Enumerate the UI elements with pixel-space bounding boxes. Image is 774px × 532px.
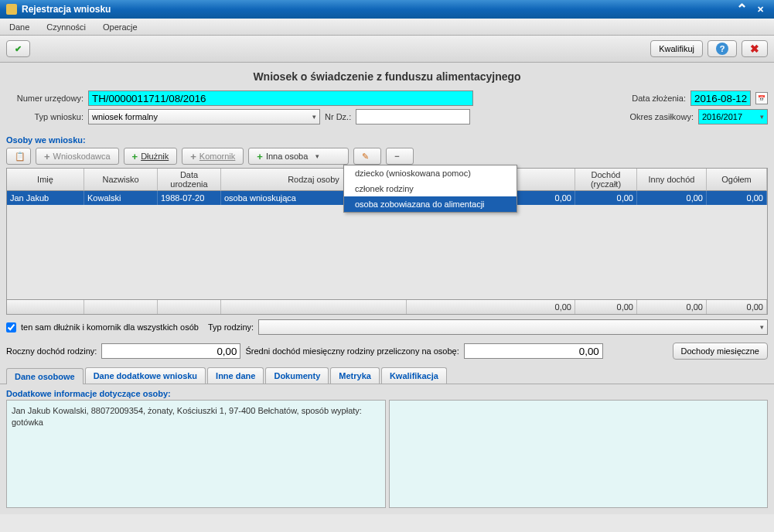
- nrdz-field[interactable]: [356, 109, 470, 124]
- data-label: Data złożenia:: [632, 94, 686, 103]
- confirm-button[interactable]: ✔: [6, 40, 30, 57]
- dluznik-label: Dłużnik: [141, 152, 169, 161]
- minus-icon: −: [394, 152, 399, 161]
- tab-dokumenty[interactable]: Dokumenty: [265, 367, 329, 384]
- plus-icon: +: [132, 151, 138, 162]
- plus-icon: +: [190, 151, 196, 162]
- same-dluznik-label: ten sam dłużnik i komornik dla wszystkic…: [21, 322, 199, 332]
- person-details-box-2: [389, 400, 769, 508]
- help-button[interactable]: ?: [708, 40, 737, 57]
- cell-ogolem: 0,00: [707, 191, 767, 205]
- inna-osoba-dropdown: dziecko (wnioskowana pomoc) członek rodz…: [343, 165, 517, 213]
- window-title: Rejestracja wniosku: [22, 4, 111, 15]
- menubar: Dane Czynności Operacje: [0, 19, 774, 36]
- roczny-label: Roczny dochód rodziny:: [6, 346, 97, 356]
- details-section-label: Dodatkowe informacje dotyczące osoby:: [0, 384, 774, 400]
- titlebar: Rejestracja wniosku ⌃ ✕: [0, 0, 774, 19]
- pencil-icon: ✎: [362, 152, 369, 162]
- minimize-icon[interactable]: ⌃: [734, 3, 749, 15]
- copy-button[interactable]: 📋: [6, 148, 31, 165]
- close-icon[interactable]: ✕: [752, 3, 768, 15]
- toolbar: ✔ Kwalifikuj ? ✖: [0, 36, 774, 63]
- col-nazwisko[interactable]: Nazwisko: [84, 169, 158, 191]
- okres-label: Okres zasiłkowy:: [629, 112, 694, 121]
- tab-dane-dodatkowe[interactable]: Dane dodatkowe wniosku: [85, 367, 206, 384]
- typ-value: wniosek formalny: [92, 112, 158, 121]
- sredni-field[interactable]: [464, 343, 603, 359]
- persons-section-label: Osoby we wniosku:: [0, 131, 774, 146]
- menu-dane[interactable]: Dane: [6, 21, 32, 33]
- foot-dochod: 0,00: [407, 300, 575, 314]
- copy-icon: 📋: [15, 152, 26, 162]
- dochody-miesieczne-button[interactable]: Dochody miesięczne: [673, 343, 769, 360]
- col-ogolem[interactable]: Ogółem: [707, 169, 767, 191]
- persons-toolbar: 📋 +Wnioskodawca +Dłużnik +Komornik +Inna…: [0, 146, 774, 168]
- app-icon: [6, 4, 17, 15]
- add-dluznik-button[interactable]: +Dłużnik: [124, 148, 178, 165]
- typ-rodziny-select[interactable]: [258, 319, 768, 335]
- wnioskodawca-label: Wnioskodawca: [53, 152, 111, 161]
- numer-label: Numer urzędowy:: [6, 94, 84, 103]
- col-inny[interactable]: Inny dochód: [637, 169, 707, 191]
- sredni-label: Średni dochód miesięczny rodziny przelic…: [245, 346, 459, 356]
- tab-inne-dane[interactable]: Inne dane: [207, 367, 264, 384]
- komornik-label: Komornik: [199, 152, 235, 161]
- edit-button[interactable]: ✎: [353, 148, 381, 165]
- tab-metryka[interactable]: Metryka: [330, 367, 380, 384]
- tab-kwalifikacja[interactable]: Kwalifikacja: [381, 367, 447, 384]
- add-komornik-button[interactable]: +Komornik: [182, 148, 244, 165]
- cell-inny: 0,00: [637, 191, 707, 205]
- cell-nazwisko: Kowalski: [84, 191, 158, 205]
- typ-label: Typ wniosku:: [6, 112, 84, 121]
- cancel-button[interactable]: ✖: [742, 40, 768, 57]
- inna-label: Inna osoba: [266, 152, 308, 161]
- typ-rodziny-label: Typ rodziny:: [208, 322, 254, 332]
- tabs: Dane osobowe Dane dodatkowe wniosku Inne…: [0, 367, 774, 384]
- okres-select[interactable]: 2016/2017: [698, 109, 768, 124]
- help-icon: ?: [716, 43, 728, 55]
- foot-ryczalt: 0,00: [575, 300, 637, 314]
- cross-icon: ✖: [750, 43, 759, 55]
- col-data[interactable]: Data urodzenia: [158, 169, 221, 191]
- plus-icon: +: [44, 151, 50, 162]
- same-dluznik-checkbox[interactable]: [6, 322, 16, 332]
- menu-operacje[interactable]: Operacje: [100, 21, 141, 33]
- col-imie[interactable]: Imię: [7, 169, 84, 191]
- remove-button[interactable]: −: [386, 148, 414, 165]
- kwalifikuj-button[interactable]: Kwalifikuj: [650, 40, 703, 57]
- check-icon: ✔: [15, 44, 22, 54]
- roczny-field[interactable]: [101, 343, 240, 359]
- okres-value: 2016/2017: [702, 112, 742, 121]
- add-inna-osoba-button[interactable]: +Inna osoba: [248, 148, 349, 165]
- foot-inny: 0,00: [637, 300, 707, 314]
- add-wnioskodawca-button[interactable]: +Wnioskodawca: [36, 148, 119, 165]
- numer-field[interactable]: [88, 90, 473, 106]
- cell-ryczalt: 0,00: [575, 191, 637, 205]
- typ-select[interactable]: wniosek formalny: [88, 109, 320, 124]
- person-details-box: Jan Jakub Kowalski, 88072009354, żonaty,…: [6, 400, 386, 508]
- col-ryczalt[interactable]: Dochód (ryczałt): [575, 169, 637, 191]
- tab-dane-osobowe[interactable]: Dane osobowe: [6, 368, 84, 384]
- calendar-icon[interactable]: 📅: [755, 92, 768, 104]
- page-heading: Wniosek o świadczenie z funduszu aliment…: [0, 63, 774, 87]
- cell-imie: Jan Jakub: [7, 191, 84, 205]
- nrdz-label: Nr Dz.:: [325, 112, 351, 121]
- dropdown-item-zobowiazana[interactable]: osoba zobowiazana do alimentacji: [344, 196, 517, 212]
- dropdown-item-czlonek[interactable]: członek rodziny: [344, 181, 517, 196]
- menu-czynnosci[interactable]: Czynności: [43, 21, 89, 33]
- cell-data: 1988-07-20: [158, 191, 221, 205]
- foot-ogolem: 0,00: [707, 300, 767, 314]
- data-field[interactable]: [690, 90, 751, 106]
- dropdown-item-dziecko[interactable]: dziecko (wnioskowana pomoc): [344, 165, 517, 181]
- plus-icon: +: [257, 151, 263, 162]
